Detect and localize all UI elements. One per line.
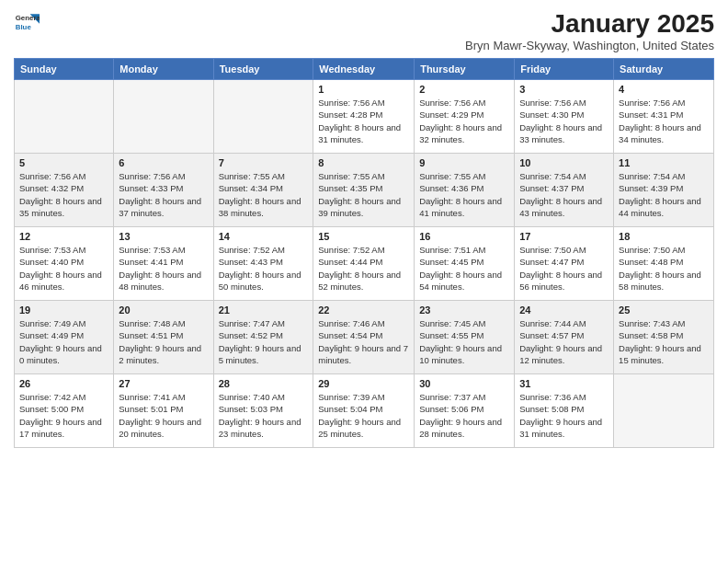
header-thursday: Thursday bbox=[415, 59, 515, 80]
day-info: Sunrise: 7:46 AMSunset: 4:54 PMDaylight:… bbox=[318, 317, 409, 366]
calendar-week-2: 5Sunrise: 7:56 AMSunset: 4:32 PMDaylight… bbox=[15, 154, 714, 227]
title-section: January 2025 Bryn Mawr-Skyway, Washingto… bbox=[465, 9, 714, 52]
day-info: Sunrise: 7:55 AMSunset: 4:35 PMDaylight:… bbox=[318, 170, 409, 219]
table-row: 21Sunrise: 7:47 AMSunset: 4:52 PMDayligh… bbox=[213, 301, 313, 374]
page-header: General Blue January 2025 Bryn Mawr-Skyw… bbox=[14, 9, 714, 52]
day-info: Sunrise: 7:56 AMSunset: 4:33 PMDaylight:… bbox=[119, 170, 208, 219]
logo: General Blue bbox=[14, 9, 40, 35]
day-info: Sunrise: 7:53 AMSunset: 4:41 PMDaylight:… bbox=[119, 244, 208, 293]
day-info: Sunrise: 7:37 AMSunset: 5:06 PMDaylight:… bbox=[419, 391, 509, 440]
table-row bbox=[213, 80, 313, 154]
day-number: 27 bbox=[119, 378, 208, 389]
table-row: 19Sunrise: 7:49 AMSunset: 4:49 PMDayligh… bbox=[15, 301, 114, 374]
table-row bbox=[614, 374, 714, 448]
svg-text:General: General bbox=[16, 14, 40, 22]
day-info: Sunrise: 7:45 AMSunset: 4:55 PMDaylight:… bbox=[419, 317, 509, 366]
table-row bbox=[114, 80, 213, 154]
day-number: 29 bbox=[318, 378, 409, 389]
header-wednesday: Wednesday bbox=[313, 59, 415, 80]
day-number: 28 bbox=[219, 378, 309, 389]
day-info: Sunrise: 7:41 AMSunset: 5:01 PMDaylight:… bbox=[119, 391, 208, 440]
header-tuesday: Tuesday bbox=[213, 59, 313, 80]
day-info: Sunrise: 7:50 AMSunset: 4:48 PMDaylight:… bbox=[619, 244, 709, 293]
table-row: 2Sunrise: 7:56 AMSunset: 4:29 PMDaylight… bbox=[415, 80, 515, 154]
month-title: January 2025 bbox=[465, 9, 714, 39]
table-row: 18Sunrise: 7:50 AMSunset: 4:48 PMDayligh… bbox=[614, 227, 714, 301]
day-number: 18 bbox=[619, 231, 709, 242]
header-saturday: Saturday bbox=[614, 59, 714, 80]
day-info: Sunrise: 7:55 AMSunset: 4:34 PMDaylight:… bbox=[219, 170, 309, 219]
table-row: 10Sunrise: 7:54 AMSunset: 4:37 PMDayligh… bbox=[515, 154, 614, 227]
table-row: 23Sunrise: 7:45 AMSunset: 4:55 PMDayligh… bbox=[415, 301, 515, 374]
day-number: 15 bbox=[318, 231, 409, 242]
table-row: 27Sunrise: 7:41 AMSunset: 5:01 PMDayligh… bbox=[114, 374, 213, 448]
day-info: Sunrise: 7:52 AMSunset: 4:43 PMDaylight:… bbox=[219, 244, 309, 293]
day-info: Sunrise: 7:51 AMSunset: 4:45 PMDaylight:… bbox=[419, 244, 509, 293]
day-number: 4 bbox=[619, 84, 709, 95]
table-row: 1Sunrise: 7:56 AMSunset: 4:28 PMDaylight… bbox=[313, 80, 415, 154]
table-row: 28Sunrise: 7:40 AMSunset: 5:03 PMDayligh… bbox=[213, 374, 313, 448]
day-number: 23 bbox=[419, 304, 509, 316]
day-number: 19 bbox=[19, 304, 108, 316]
table-row: 14Sunrise: 7:52 AMSunset: 4:43 PMDayligh… bbox=[213, 227, 313, 301]
calendar-table: Sunday Monday Tuesday Wednesday Thursday… bbox=[14, 58, 714, 448]
day-info: Sunrise: 7:56 AMSunset: 4:29 PMDaylight:… bbox=[419, 97, 509, 145]
table-row: 5Sunrise: 7:56 AMSunset: 4:32 PMDaylight… bbox=[15, 154, 114, 227]
calendar-week-1: 1Sunrise: 7:56 AMSunset: 4:28 PMDaylight… bbox=[15, 80, 714, 154]
day-number: 9 bbox=[419, 157, 509, 168]
header-monday: Monday bbox=[114, 59, 213, 80]
day-info: Sunrise: 7:36 AMSunset: 5:08 PMDaylight:… bbox=[519, 391, 609, 440]
day-number: 10 bbox=[519, 157, 609, 168]
table-row: 29Sunrise: 7:39 AMSunset: 5:04 PMDayligh… bbox=[313, 374, 415, 448]
day-info: Sunrise: 7:56 AMSunset: 4:30 PMDaylight:… bbox=[519, 97, 609, 145]
day-number: 11 bbox=[619, 157, 709, 168]
table-row: 6Sunrise: 7:56 AMSunset: 4:33 PMDaylight… bbox=[114, 154, 213, 227]
calendar-week-3: 12Sunrise: 7:53 AMSunset: 4:40 PMDayligh… bbox=[15, 227, 714, 301]
day-number: 20 bbox=[119, 304, 208, 316]
day-number: 14 bbox=[219, 231, 309, 242]
table-row: 25Sunrise: 7:43 AMSunset: 4:58 PMDayligh… bbox=[614, 301, 714, 374]
table-row: 3Sunrise: 7:56 AMSunset: 4:30 PMDaylight… bbox=[515, 80, 614, 154]
day-number: 17 bbox=[519, 231, 609, 242]
day-info: Sunrise: 7:54 AMSunset: 4:37 PMDaylight:… bbox=[519, 170, 609, 219]
day-number: 16 bbox=[419, 231, 509, 242]
day-info: Sunrise: 7:47 AMSunset: 4:52 PMDaylight:… bbox=[219, 317, 309, 366]
day-info: Sunrise: 7:54 AMSunset: 4:39 PMDaylight:… bbox=[619, 170, 709, 219]
table-row: 4Sunrise: 7:56 AMSunset: 4:31 PMDaylight… bbox=[614, 80, 714, 154]
table-row: 22Sunrise: 7:46 AMSunset: 4:54 PMDayligh… bbox=[313, 301, 415, 374]
location-subtitle: Bryn Mawr-Skyway, Washington, United Sta… bbox=[465, 39, 714, 52]
day-info: Sunrise: 7:53 AMSunset: 4:40 PMDaylight:… bbox=[19, 244, 108, 293]
calendar-header-row: Sunday Monday Tuesday Wednesday Thursday… bbox=[15, 59, 714, 80]
day-info: Sunrise: 7:44 AMSunset: 4:57 PMDaylight:… bbox=[519, 317, 609, 366]
day-info: Sunrise: 7:42 AMSunset: 5:00 PMDaylight:… bbox=[19, 391, 108, 440]
day-info: Sunrise: 7:50 AMSunset: 4:47 PMDaylight:… bbox=[519, 244, 609, 293]
day-info: Sunrise: 7:40 AMSunset: 5:03 PMDaylight:… bbox=[219, 391, 309, 440]
table-row: 24Sunrise: 7:44 AMSunset: 4:57 PMDayligh… bbox=[515, 301, 614, 374]
day-info: Sunrise: 7:55 AMSunset: 4:36 PMDaylight:… bbox=[419, 170, 509, 219]
day-number: 5 bbox=[19, 157, 108, 168]
day-number: 8 bbox=[318, 157, 409, 168]
table-row: 13Sunrise: 7:53 AMSunset: 4:41 PMDayligh… bbox=[114, 227, 213, 301]
day-number: 25 bbox=[619, 304, 709, 316]
table-row: 17Sunrise: 7:50 AMSunset: 4:47 PMDayligh… bbox=[515, 227, 614, 301]
day-info: Sunrise: 7:56 AMSunset: 4:31 PMDaylight:… bbox=[619, 97, 709, 145]
table-row: 11Sunrise: 7:54 AMSunset: 4:39 PMDayligh… bbox=[614, 154, 714, 227]
table-row: 9Sunrise: 7:55 AMSunset: 4:36 PMDaylight… bbox=[415, 154, 515, 227]
day-number: 21 bbox=[219, 304, 309, 316]
page-container: General Blue January 2025 Bryn Mawr-Skyw… bbox=[0, 0, 728, 453]
day-info: Sunrise: 7:39 AMSunset: 5:04 PMDaylight:… bbox=[318, 391, 409, 440]
day-number: 31 bbox=[519, 378, 609, 389]
day-number: 6 bbox=[119, 157, 208, 168]
day-number: 22 bbox=[318, 304, 409, 316]
day-info: Sunrise: 7:56 AMSunset: 4:28 PMDaylight:… bbox=[318, 97, 409, 145]
table-row: 12Sunrise: 7:53 AMSunset: 4:40 PMDayligh… bbox=[15, 227, 114, 301]
logo-icon: General Blue bbox=[14, 9, 40, 35]
calendar-week-5: 26Sunrise: 7:42 AMSunset: 5:00 PMDayligh… bbox=[15, 374, 714, 448]
svg-text:Blue: Blue bbox=[16, 23, 32, 31]
table-row: 8Sunrise: 7:55 AMSunset: 4:35 PMDaylight… bbox=[313, 154, 415, 227]
table-row: 15Sunrise: 7:52 AMSunset: 4:44 PMDayligh… bbox=[313, 227, 415, 301]
day-info: Sunrise: 7:48 AMSunset: 4:51 PMDaylight:… bbox=[119, 317, 208, 366]
table-row: 31Sunrise: 7:36 AMSunset: 5:08 PMDayligh… bbox=[515, 374, 614, 448]
day-number: 2 bbox=[419, 84, 509, 95]
table-row bbox=[15, 80, 114, 154]
